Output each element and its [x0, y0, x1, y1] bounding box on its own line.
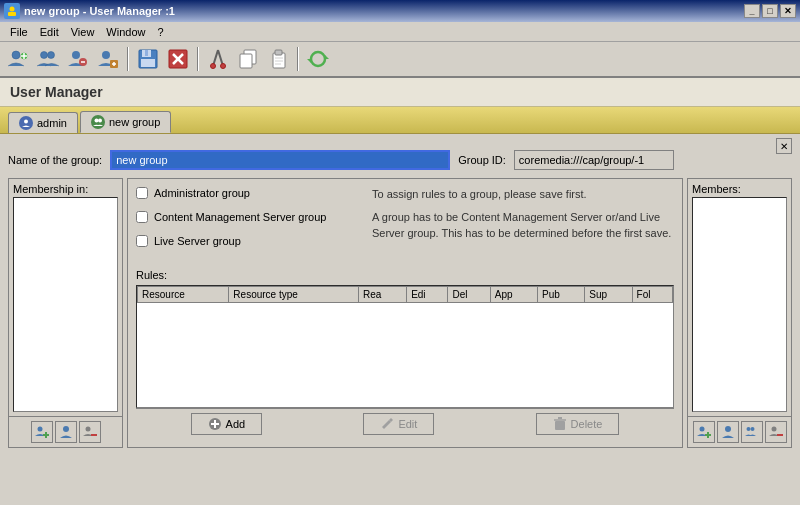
svg-point-50	[699, 427, 704, 432]
checkbox-row-cms: Content Management Server group	[136, 211, 356, 223]
name-input[interactable]	[110, 150, 450, 170]
svg-point-55	[750, 427, 754, 431]
membership-remove-button[interactable]	[79, 421, 101, 443]
col-sup: Sup	[585, 287, 632, 303]
svg-point-54	[746, 427, 750, 431]
info-text-1: To assign rules to a group, please save …	[372, 187, 674, 202]
members-label: Members:	[688, 179, 791, 197]
group-id-input[interactable]	[514, 150, 674, 170]
checkboxes-col: Administrator group Content Management S…	[136, 187, 356, 261]
info-text-2: A group has to be Content Management Ser…	[372, 210, 674, 241]
svg-point-37	[98, 119, 102, 123]
svg-point-35	[24, 120, 28, 124]
rules-label: Rules:	[136, 269, 674, 281]
checkbox-row-live: Live Server group	[136, 235, 356, 247]
main-content: ✕ Name of the group: Group ID: Membershi…	[0, 134, 800, 456]
new-group-button[interactable]	[34, 45, 62, 73]
info-col: To assign rules to a group, please save …	[372, 187, 674, 261]
svg-rect-27	[240, 54, 252, 68]
members-add-group-button[interactable]	[741, 421, 763, 443]
tab-new-group[interactable]: new group	[80, 111, 171, 133]
bottom-buttons: Add Edit Delete	[136, 408, 674, 439]
menu-file[interactable]: File	[4, 24, 34, 40]
svg-point-6	[41, 52, 48, 59]
edit-rule-button[interactable]: Edit	[363, 413, 434, 435]
svg-marker-33	[325, 55, 329, 59]
menu-edit[interactable]: Edit	[34, 24, 65, 40]
live-group-label: Live Server group	[154, 235, 241, 247]
delete-button-label: Delete	[571, 418, 603, 430]
delete-icon	[553, 417, 567, 431]
members-list[interactable]	[692, 197, 787, 412]
svg-point-38	[37, 427, 42, 432]
svg-point-2	[12, 51, 20, 59]
svg-point-7	[48, 52, 55, 59]
app-title: User Manager	[10, 84, 103, 100]
maximize-button[interactable]: □	[762, 4, 778, 18]
menu-view[interactable]: View	[65, 24, 101, 40]
tab-bar: admin new group	[0, 107, 800, 134]
edit-button-label: Edit	[398, 418, 417, 430]
col-resource-type: Resource type	[229, 287, 359, 303]
delete-rule-button[interactable]: Delete	[536, 413, 620, 435]
delete-button[interactable]	[164, 45, 192, 73]
svg-rect-29	[275, 50, 282, 55]
tab-admin-icon	[19, 116, 33, 130]
save-button[interactable]	[134, 45, 162, 73]
content-close-button[interactable]: ✕	[776, 138, 792, 154]
svg-point-36	[94, 119, 98, 123]
tab-new-group-label: new group	[109, 116, 160, 128]
svg-rect-18	[141, 59, 155, 67]
members-add-user-button[interactable]	[693, 421, 715, 443]
new-user-button[interactable]	[4, 45, 32, 73]
svg-point-53	[725, 426, 731, 432]
members-bottom-buttons	[688, 416, 791, 447]
svg-point-8	[72, 51, 80, 59]
svg-point-41	[63, 426, 69, 432]
col-resource: Resource	[138, 287, 229, 303]
group-id-label: Group ID:	[458, 154, 506, 166]
live-group-checkbox[interactable]	[136, 235, 148, 247]
copy-button[interactable]	[234, 45, 262, 73]
checkbox-row-admin: Administrator group	[136, 187, 356, 199]
membership-list[interactable]	[13, 197, 118, 412]
add-icon	[208, 417, 222, 431]
col-rea: Rea	[358, 287, 406, 303]
middle-top: Administrator group Content Management S…	[136, 187, 674, 261]
title-bar: new group - User Manager :1 _ □ ✕	[0, 0, 800, 22]
menu-window[interactable]: Window	[100, 24, 151, 40]
toolbar-separator-3	[297, 47, 299, 71]
col-pub: Pub	[538, 287, 585, 303]
membership-add-button[interactable]	[31, 421, 53, 443]
svg-point-56	[771, 427, 776, 432]
import-button[interactable]	[64, 45, 92, 73]
add-rule-button[interactable]: Add	[191, 413, 263, 435]
svg-rect-17	[145, 50, 148, 56]
svg-rect-47	[555, 421, 565, 430]
tab-admin[interactable]: admin	[8, 112, 78, 133]
admin-group-label: Administrator group	[154, 187, 250, 199]
svg-point-0	[10, 7, 15, 12]
cut-button[interactable]	[204, 45, 232, 73]
left-panel: Membership in:	[8, 178, 123, 448]
window-title: new group - User Manager :1	[24, 5, 175, 17]
middle-panel: Administrator group Content Management S…	[127, 178, 683, 448]
admin-group-checkbox[interactable]	[136, 187, 148, 199]
unknown-button[interactable]	[94, 45, 122, 73]
svg-marker-34	[307, 59, 311, 63]
minimize-button[interactable]: _	[744, 4, 760, 18]
cms-group-checkbox[interactable]	[136, 211, 148, 223]
refresh-button[interactable]	[304, 45, 332, 73]
members-remove-button[interactable]	[765, 421, 787, 443]
col-del: Del	[448, 287, 490, 303]
close-button[interactable]: ✕	[780, 4, 796, 18]
col-app: App	[490, 287, 537, 303]
menu-help[interactable]: ?	[151, 24, 169, 40]
membership-person-button[interactable]	[55, 421, 77, 443]
toolbar	[0, 42, 800, 78]
window-controls[interactable]: _ □ ✕	[744, 4, 796, 18]
rules-list[interactable]: Resource Resource type Rea Edi Del App P…	[136, 285, 674, 408]
members-view-button[interactable]	[717, 421, 739, 443]
paste-button[interactable]	[264, 45, 292, 73]
col-fol: Fol	[632, 287, 672, 303]
